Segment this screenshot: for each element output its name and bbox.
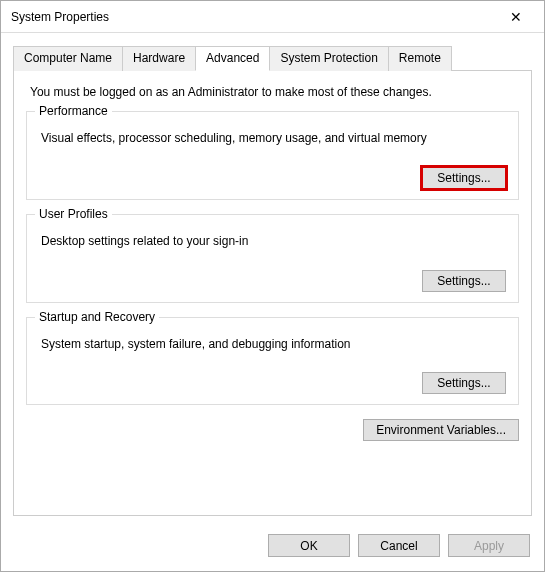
tab-content-advanced: You must be logged on as an Administrato…	[13, 71, 532, 516]
group-user-profiles-desc: Desktop settings related to your sign-in	[41, 233, 506, 250]
tab-computer-name[interactable]: Computer Name	[13, 46, 123, 71]
group-startup-recovery-desc: System startup, system failure, and debu…	[41, 336, 506, 353]
group-startup-recovery-legend: Startup and Recovery	[35, 310, 159, 324]
performance-settings-button[interactable]: Settings...	[422, 167, 506, 189]
close-button[interactable]: ✕	[496, 3, 536, 31]
titlebar: System Properties ✕	[1, 1, 544, 33]
tabstrip: Computer Name Hardware Advanced System P…	[13, 45, 532, 71]
dialog-footer: OK Cancel Apply	[1, 524, 544, 571]
user-profiles-settings-button[interactable]: Settings...	[422, 270, 506, 292]
system-properties-window: System Properties ✕ Computer Name Hardwa…	[0, 0, 545, 572]
group-user-profiles-legend: User Profiles	[35, 207, 112, 221]
window-title: System Properties	[11, 10, 496, 24]
tab-system-protection[interactable]: System Protection	[269, 46, 388, 71]
ok-button[interactable]: OK	[268, 534, 350, 557]
close-icon: ✕	[510, 9, 522, 25]
group-performance: Performance Visual effects, processor sc…	[26, 111, 519, 200]
environment-variables-row: Environment Variables...	[26, 419, 519, 441]
tab-remote[interactable]: Remote	[388, 46, 452, 71]
apply-button[interactable]: Apply	[448, 534, 530, 557]
admin-note: You must be logged on as an Administrato…	[30, 85, 519, 99]
group-performance-desc: Visual effects, processor scheduling, me…	[41, 130, 506, 147]
group-performance-button-row: Settings...	[39, 167, 506, 189]
group-user-profiles: User Profiles Desktop settings related t…	[26, 214, 519, 303]
tab-hardware[interactable]: Hardware	[122, 46, 196, 71]
group-startup-recovery-button-row: Settings...	[39, 372, 506, 394]
group-performance-legend: Performance	[35, 104, 112, 118]
group-startup-recovery: Startup and Recovery System startup, sys…	[26, 317, 519, 406]
startup-recovery-settings-button[interactable]: Settings...	[422, 372, 506, 394]
environment-variables-button[interactable]: Environment Variables...	[363, 419, 519, 441]
cancel-button[interactable]: Cancel	[358, 534, 440, 557]
group-user-profiles-button-row: Settings...	[39, 270, 506, 292]
tab-advanced[interactable]: Advanced	[195, 46, 270, 71]
